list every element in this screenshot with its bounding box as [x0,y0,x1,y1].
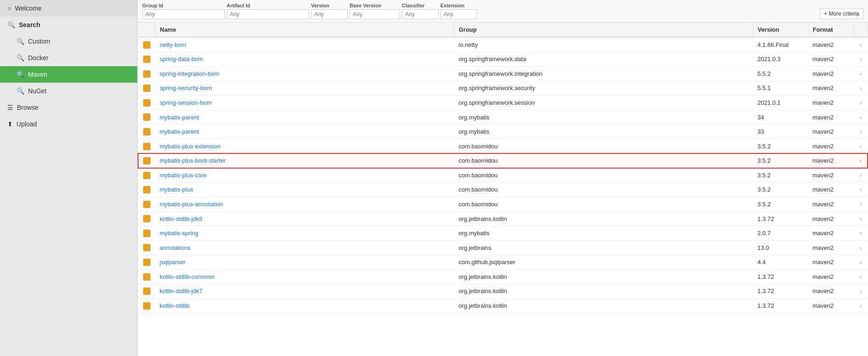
chevron-right-icon[interactable]: › [860,201,862,208]
filter-version-input[interactable] [311,9,348,19]
row-name-link[interactable]: jsqlparser [160,259,185,266]
row-arrow[interactable]: › [854,240,868,255]
row-arrow[interactable]: › [854,182,868,197]
row-arrow[interactable]: › [854,226,868,241]
row-name[interactable]: kotlin-stdlib [155,299,454,313]
sidebar-item-nuget[interactable]: 🔍 NuGet [0,83,137,99]
row-name-link[interactable]: mybatis-plus-boot-starter [160,157,226,164]
chevron-right-icon[interactable]: › [860,215,862,222]
row-name-link[interactable]: kotlin-stdlib [160,302,189,309]
row-name-link[interactable]: mybatis-plus [160,186,193,193]
chevron-right-icon[interactable]: › [860,230,862,237]
filter-artifact-id-input[interactable] [227,9,309,19]
row-name[interactable]: mybatis-spring [155,226,454,241]
row-arrow[interactable]: › [854,197,868,212]
row-name[interactable]: mybatis-plus [155,182,454,197]
row-name[interactable]: kotlin-stdlib-jdk7 [155,284,454,299]
row-name[interactable]: mybatis-plus-core [155,168,454,183]
row-arrow[interactable]: › [854,153,868,168]
row-arrow[interactable]: › [854,270,868,284]
table-row[interactable]: kotlin-stdlib-commonorg.jetbrains.kotlin… [138,270,868,284]
row-name-link[interactable]: kotlin-stdlib-common [160,273,214,280]
row-name[interactable]: spring-integration-bom [155,67,454,81]
row-name[interactable]: netty-bom [155,37,454,52]
table-row[interactable]: annotationsorg.jetbrains13.0maven2› [138,240,868,255]
sidebar-item-custom[interactable]: 🔍 Custom [0,33,137,50]
row-name[interactable]: mybatis-parent [155,110,454,124]
table-row[interactable]: spring-integration-bomorg.springframewor… [138,67,868,81]
row-arrow[interactable]: › [854,255,868,270]
sidebar-item-search[interactable]: 🔍 Search [0,17,137,33]
chevron-right-icon[interactable]: › [860,186,862,193]
table-row[interactable]: spring-session-bomorg.springframework.se… [138,96,868,110]
row-arrow[interactable]: › [854,168,868,183]
row-name-link[interactable]: kotlin-stdlib-jdk8 [160,215,202,222]
row-name-link[interactable]: spring-security-bom [160,85,212,91]
filter-classifier-input[interactable] [402,9,439,19]
row-name-link[interactable]: netty-bom [160,41,186,48]
table-row[interactable]: mybatis-springorg.mybatis2.0.7maven2› [138,226,868,241]
chevron-right-icon[interactable]: › [860,41,862,48]
row-name-link[interactable]: spring-session-bom [160,99,211,106]
row-arrow[interactable]: › [854,67,868,81]
row-name-link[interactable]: spring-data-bom [160,56,203,62]
row-name-link[interactable]: mybatis-plus-core [160,172,207,179]
table-row[interactable]: mybatis-plus-annotationcom.baomidou3.5.2… [138,197,868,212]
row-arrow[interactable]: › [854,211,868,226]
sidebar-item-upload[interactable]: ⬆ Upload [0,116,137,132]
row-name[interactable]: kotlin-stdlib-common [155,270,454,284]
table-row[interactable]: mybatis-plus-corecom.baomidou3.5.2maven2… [138,168,868,183]
filter-extension-input[interactable] [440,9,477,19]
table-row[interactable]: jsqlparsercom.github.jsqlparser4.4maven2… [138,255,868,270]
chevron-right-icon[interactable]: › [860,99,862,106]
row-arrow[interactable]: › [854,96,868,110]
table-row[interactable]: mybatis-plus-boot-startercom.baomidou3.5… [138,153,868,168]
row-name[interactable]: annotations [155,240,454,255]
sidebar-item-welcome[interactable]: ○ Welcome [0,0,137,17]
chevron-right-icon[interactable]: › [860,128,862,135]
row-name[interactable]: mybatis-plus-annotation [155,197,454,212]
more-criteria-button[interactable]: + More criteria [820,8,863,19]
chevron-right-icon[interactable]: › [860,85,862,91]
chevron-right-icon[interactable]: › [860,114,862,121]
table-row[interactable]: mybatis-plus-extensioncom.baomidou3.5.2m… [138,139,868,153]
chevron-right-icon[interactable]: › [860,273,862,280]
chevron-right-icon[interactable]: › [860,288,862,294]
table-row[interactable]: spring-security-bomorg.springframework.s… [138,81,868,96]
row-name-link[interactable]: mybatis-parent [160,128,199,135]
chevron-right-icon[interactable]: › [860,244,862,251]
row-arrow[interactable]: › [854,81,868,96]
row-arrow[interactable]: › [854,110,868,124]
table-row[interactable]: netty-bomio.netty4.1.66.Finalmaven2› [138,37,868,52]
table-row[interactable]: kotlin-stdlib-jdk7org.jetbrains.kotlin1.… [138,284,868,299]
table-row[interactable]: mybatis-parentorg.mybatis34maven2› [138,110,868,124]
row-name-link[interactable]: mybatis-spring [160,230,199,237]
row-name[interactable]: mybatis-parent [155,124,454,139]
sidebar-item-maven[interactable]: 🔍 Maven [0,66,137,83]
row-name-link[interactable]: mybatis-parent [160,114,199,121]
chevron-right-icon[interactable]: › [860,302,862,309]
chevron-right-icon[interactable]: › [860,56,862,62]
row-name[interactable]: mybatis-plus-extension [155,139,454,153]
row-name-link[interactable]: mybatis-plus-extension [160,143,221,150]
table-row[interactable]: spring-data-bomorg.springframework.data2… [138,52,868,67]
chevron-right-icon[interactable]: › [860,70,862,77]
row-name-link[interactable]: spring-integration-bom [160,70,219,77]
row-name-link[interactable]: mybatis-plus-annotation [160,201,223,208]
sidebar-item-docker[interactable]: 🔍 Docker [0,50,137,66]
row-arrow[interactable]: › [854,284,868,299]
row-name[interactable]: spring-security-bom [155,81,454,96]
row-name-link[interactable]: kotlin-stdlib-jdk7 [160,288,202,294]
chevron-right-icon[interactable]: › [860,143,862,150]
chevron-right-icon[interactable]: › [859,157,861,164]
row-arrow[interactable]: › [854,37,868,52]
row-name[interactable]: spring-data-bom [155,52,454,67]
filter-base-version-input[interactable] [350,9,400,19]
table-row[interactable]: kotlin-stdliborg.jetbrains.kotlin1.3.72m… [138,299,868,313]
chevron-right-icon[interactable]: › [860,259,862,266]
sidebar-item-browse[interactable]: ☰ Browse [0,99,137,116]
row-name[interactable]: jsqlparser [155,255,454,270]
row-arrow[interactable]: › [854,52,868,67]
filter-group-id-input[interactable] [142,9,225,19]
row-arrow[interactable]: › [854,299,868,313]
